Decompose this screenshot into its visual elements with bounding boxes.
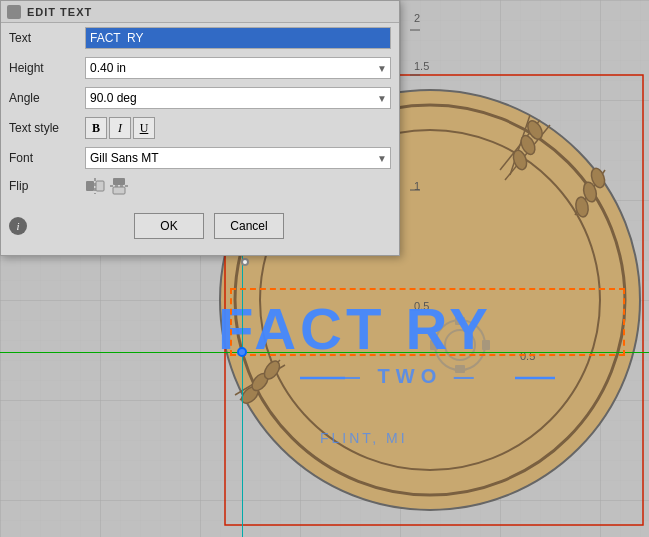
flip-label: Flip (9, 179, 79, 193)
font-label: Font (9, 151, 79, 165)
height-select[interactable]: 0.40 in (85, 57, 391, 79)
font-select[interactable]: Gill Sans MT (85, 147, 391, 169)
height-select-wrapper: 0.40 in ▼ (85, 57, 391, 79)
cancel-button[interactable]: Cancel (214, 213, 284, 239)
dialog-icon (7, 5, 21, 19)
canvas-flint-text: FLINT, MI (320, 430, 408, 446)
svg-rect-38 (86, 181, 94, 191)
flip-row: Flip (1, 173, 399, 199)
bold-button[interactable]: B (85, 117, 107, 139)
svg-rect-41 (113, 178, 125, 185)
textstyle-label: Text style (9, 121, 79, 135)
svg-rect-42 (113, 187, 125, 194)
height-label: Height (9, 61, 79, 75)
center-handle[interactable] (237, 347, 247, 357)
italic-button[interactable]: I (109, 117, 131, 139)
underline-button[interactable]: U (133, 117, 155, 139)
angle-label: Angle (9, 91, 79, 105)
flip-vertical-icon[interactable] (109, 177, 129, 195)
crosshair-horizontal (0, 352, 649, 353)
angle-select[interactable]: 90.0 deg (85, 87, 391, 109)
flip-icons-container (85, 177, 129, 195)
top-handle[interactable] (241, 258, 249, 266)
dialog-title: EDIT TEXT (27, 6, 92, 18)
dialog-title-bar: EDIT TEXT (1, 1, 399, 23)
text-style-buttons: B I U (85, 117, 155, 139)
svg-text:2: 2 (414, 12, 420, 24)
text-input[interactable] (85, 27, 391, 49)
angle-select-wrapper: 90.0 deg ▼ (85, 87, 391, 109)
height-row: Height 0.40 in ▼ (1, 53, 399, 83)
font-select-wrapper: Gill Sans MT ▼ (85, 147, 391, 169)
flip-horizontal-icon[interactable] (85, 177, 105, 195)
edit-text-dialog: EDIT TEXT Text Height 0.40 in ▼ Angle 90… (0, 0, 400, 256)
font-row: Font Gill Sans MT ▼ (1, 143, 399, 173)
svg-rect-39 (96, 181, 104, 191)
dialog-buttons: OK Cancel (27, 205, 391, 247)
info-icon[interactable]: i (9, 217, 27, 235)
canvas-two-text: — TWO — (340, 365, 480, 388)
text-label: Text (9, 31, 79, 45)
angle-row: Angle 90.0 deg ▼ (1, 83, 399, 113)
ok-button[interactable]: OK (134, 213, 204, 239)
text-row: Text (1, 23, 399, 53)
svg-text:1.5: 1.5 (414, 60, 429, 72)
textstyle-row: Text style B I U (1, 113, 399, 143)
